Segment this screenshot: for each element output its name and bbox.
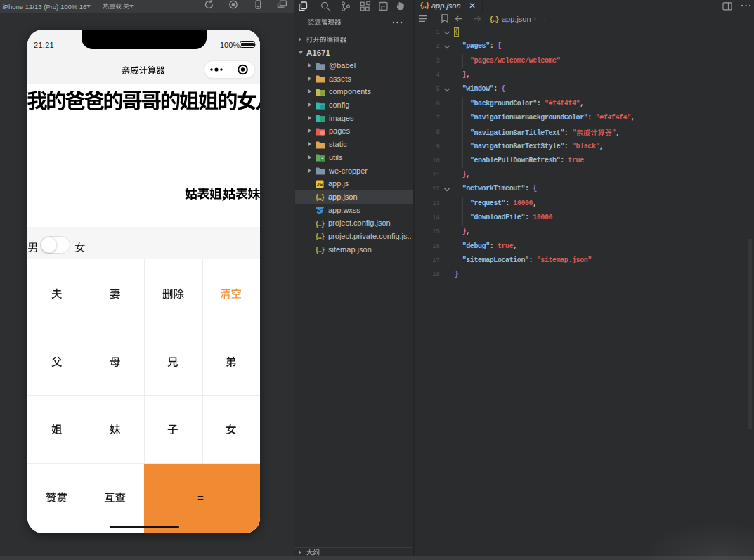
svg-text:JS: JS xyxy=(316,181,323,188)
svg-text:+: + xyxy=(321,157,324,162)
